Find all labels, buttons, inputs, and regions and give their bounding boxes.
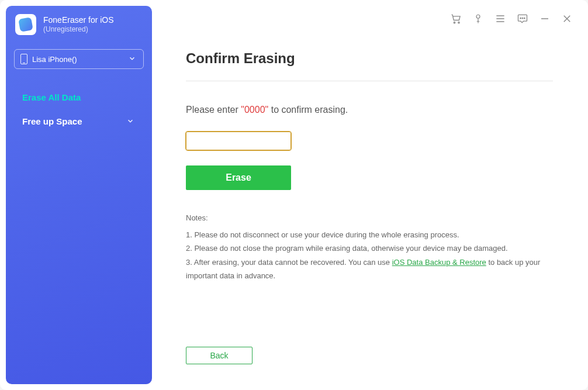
key-icon[interactable] (472, 13, 484, 25)
svg-point-1 (458, 22, 459, 23)
close-icon[interactable] (561, 13, 573, 25)
app-logo-icon (15, 14, 36, 35)
device-dropdown-left: Lisa iPhone() (20, 54, 77, 64)
app-subtitle: (Unregistered) (43, 25, 114, 34)
app-title-block: FoneEraser for iOS (Unregistered) (43, 15, 114, 34)
confirm-prompt: Please enter "0000" to confirm erasing. (186, 105, 553, 115)
svg-point-9 (522, 18, 523, 19)
notes-heading: Notes: (186, 213, 553, 222)
prompt-code: "0000" (241, 105, 268, 115)
note-line-2: 2. Please do not close the program while… (186, 241, 553, 255)
svg-point-10 (524, 18, 525, 19)
main-area: Confirm Erasing Please enter "0000" to c… (157, 6, 582, 384)
nav-item-free-up-space[interactable]: Free up Space (14, 109, 144, 133)
note-3-before: 3. After erasing, your data cannot be re… (186, 258, 392, 267)
title-bar-actions (157, 6, 582, 27)
device-name: Lisa iPhone() (32, 55, 77, 64)
phone-icon (20, 54, 27, 64)
backup-restore-link[interactable]: iOS Data Backup & Restore (392, 258, 486, 267)
chevron-down-icon (126, 117, 136, 126)
prompt-before: Please enter (186, 105, 241, 115)
app-title: FoneEraser for iOS (43, 15, 114, 25)
back-button[interactable]: Back (186, 347, 253, 364)
svg-point-2 (476, 15, 480, 18)
svg-point-0 (454, 22, 455, 23)
app-window: FoneEraser for iOS (Unregistered) Lisa i… (0, 0, 588, 390)
device-dropdown[interactable]: Lisa iPhone() (14, 49, 144, 69)
svg-point-8 (520, 18, 521, 19)
chevron-down-icon (128, 54, 137, 64)
note-line-1: 1. Please do not disconnect or use your … (186, 228, 553, 241)
nav-item-label: Free up Space (22, 116, 82, 126)
cart-icon[interactable] (450, 13, 462, 25)
sidebar-header: FoneEraser for iOS (Unregistered) (14, 14, 144, 35)
confirm-input[interactable] (186, 132, 291, 150)
minimize-icon[interactable] (539, 13, 551, 25)
menu-icon[interactable] (494, 13, 506, 25)
page-title: Confirm Erasing (186, 50, 553, 81)
note-line-3: 3. After erasing, your data cannot be re… (186, 256, 553, 283)
sidebar: FoneEraser for iOS (Unregistered) Lisa i… (6, 6, 152, 384)
nav-item-erase-all[interactable]: Erase All Data (14, 85, 144, 109)
content: Confirm Erasing Please enter "0000" to c… (157, 27, 582, 384)
erase-button[interactable]: Erase (186, 165, 291, 190)
feedback-icon[interactable] (517, 13, 528, 25)
nav-item-label: Erase All Data (22, 92, 81, 102)
prompt-after: to confirm erasing. (268, 105, 348, 115)
